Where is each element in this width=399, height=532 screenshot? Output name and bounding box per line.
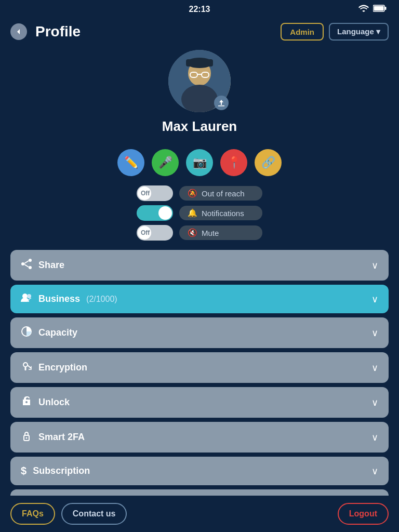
toggle-section: Off On 🔕 Out of reach Off On 🔔 Notificat… [0, 185, 399, 241]
status-bar: 22:13 [0, 0, 399, 19]
avatar-upload-button[interactable] [214, 96, 229, 110]
capacity-chevron: ∨ [371, 327, 378, 339]
svg-rect-2 [385, 7, 387, 10]
unlock-icon [21, 395, 32, 409]
subscription-chevron: ∨ [371, 466, 378, 477]
unlock-chevron: ∨ [371, 397, 378, 408]
action-icons-row: ✏️ 🎤 📷 📍 🔗 [0, 149, 399, 176]
share-icon [21, 258, 32, 272]
notifications-icon: 🔔 [188, 208, 197, 218]
edit-icon-button[interactable]: ✏️ [117, 149, 144, 176]
back-circle [10, 23, 27, 40]
business-badge: (2/1000) [86, 295, 117, 304]
wifi-icon [358, 5, 369, 14]
svg-point-20 [23, 363, 28, 367]
toggle-off-label: Off [141, 190, 150, 197]
toggle-mute[interactable]: Off On [137, 225, 173, 241]
share-label: Share [38, 260, 64, 271]
page-title: Profile [35, 23, 81, 40]
menu-item-share[interactable]: Share ∨ [10, 250, 389, 281]
toggle-row-mute: Off On 🔇 Mute [137, 225, 262, 241]
battery-icon [373, 5, 387, 14]
svg-rect-21 [25, 367, 26, 370]
menu-item-smart2fa[interactable]: Smart 2FA ∨ [10, 422, 389, 453]
svg-point-22 [25, 401, 28, 403]
menu-item-business[interactable]: Business (2/1000) ∨ [10, 285, 389, 313]
menu-item-subscription-left: $ Subscription [21, 465, 90, 477]
menu-list: Share ∨ Business (2/1000) ∨ Capacity ∨ E… [0, 250, 399, 520]
business-chevron: ∨ [371, 294, 378, 305]
menu-item-encryption-left: Encryption [21, 361, 87, 375]
bottom-bar: FAQs Contact us Logout [0, 496, 399, 532]
back-button[interactable]: Profile [10, 23, 81, 40]
location-icon-button[interactable]: 📍 [220, 149, 247, 176]
menu-item-capacity-left: Capacity [21, 326, 77, 340]
toggle-out-of-reach[interactable]: Off On [137, 185, 173, 201]
header-buttons: Admin Language ▾ [281, 23, 389, 41]
menu-item-unlock-left: Unlock [21, 395, 70, 409]
toggle-off-label: Off [141, 229, 150, 236]
notifications-pill: 🔔 Notifications [179, 206, 262, 220]
smart2fa-chevron: ∨ [371, 432, 378, 443]
out-of-reach-label: Out of reach [202, 189, 245, 198]
toggle-notifications[interactable]: Off On [137, 205, 173, 221]
toggle-row-out-of-reach: Off On 🔕 Out of reach [137, 185, 262, 201]
upload-icon [217, 99, 225, 107]
mic-icon-button[interactable]: 🎤 [152, 149, 179, 176]
subscription-icon: $ [21, 465, 26, 477]
svg-line-15 [24, 261, 29, 263]
capacity-icon [21, 326, 32, 340]
menu-item-encryption[interactable]: Encryption ∨ [10, 352, 389, 383]
status-time: 22:13 [189, 5, 210, 14]
menu-item-share-left: Share [21, 258, 64, 272]
unlock-label: Unlock [38, 397, 70, 408]
menu-item-capacity[interactable]: Capacity ∨ [10, 317, 389, 348]
toggle-row-notifications: Off On 🔔 Notifications [137, 205, 262, 221]
encryption-label: Encryption [38, 362, 87, 373]
menu-item-subscription[interactable]: $ Subscription ∨ [10, 457, 389, 485]
capacity-label: Capacity [38, 327, 77, 338]
mute-label: Mute [202, 229, 219, 237]
encryption-chevron: ∨ [371, 362, 378, 374]
status-icons [358, 5, 387, 14]
menu-item-smart2fa-left: Smart 2FA [21, 430, 85, 444]
menu-item-unlock[interactable]: Unlock ∨ [10, 387, 389, 418]
contact-button[interactable]: Contact us [61, 503, 127, 525]
toggle-on-label: On [160, 209, 169, 217]
svg-point-12 [29, 259, 32, 262]
svg-point-13 [29, 266, 32, 269]
user-name: Max Lauren [162, 118, 237, 135]
encryption-icon [21, 361, 32, 375]
business-label: Business [38, 294, 80, 304]
mute-pill: 🔇 Mute [179, 225, 262, 240]
language-button[interactable]: Language ▾ [329, 23, 389, 41]
avatar-container [168, 50, 231, 112]
link-icon-button[interactable]: 🔗 [255, 149, 282, 176]
svg-line-16 [24, 264, 29, 267]
svg-rect-1 [374, 6, 384, 11]
faqs-button[interactable]: FAQs [10, 503, 55, 525]
out-of-reach-icon: 🔕 [188, 189, 197, 198]
smart2fa-label: Smart 2FA [38, 432, 85, 443]
admin-button[interactable]: Admin [281, 23, 324, 41]
smart2fa-icon [21, 430, 32, 444]
out-of-reach-pill: 🔕 Out of reach [179, 186, 262, 201]
logout-button[interactable]: Logout [338, 503, 389, 525]
menu-item-business-left: Business (2/1000) [21, 293, 117, 305]
notifications-label: Notifications [202, 209, 244, 218]
mute-icon: 🔇 [188, 228, 197, 237]
avatar-section: Max Lauren [0, 45, 399, 144]
header: Profile Admin Language ▾ [0, 19, 399, 45]
svg-rect-8 [186, 59, 213, 66]
camera-icon-button[interactable]: 📷 [186, 149, 213, 176]
business-icon [21, 293, 32, 305]
subscription-label: Subscription [33, 466, 90, 476]
share-chevron: ∨ [371, 260, 378, 271]
svg-point-24 [26, 437, 28, 439]
svg-point-14 [21, 262, 24, 265]
svg-point-18 [27, 294, 31, 298]
